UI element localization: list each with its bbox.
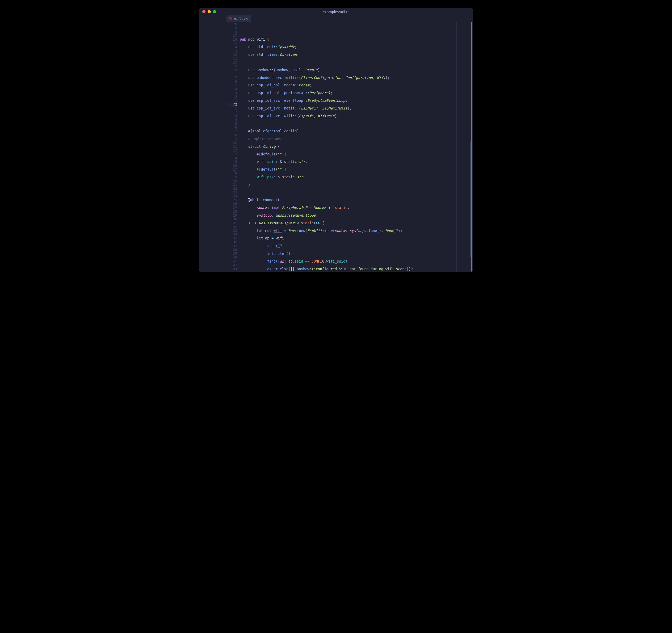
codelens-hint[interactable]: 0 implementations	[248, 137, 281, 141]
ruler-2	[456, 22, 457, 272]
line-number: 9	[226, 64, 237, 68]
line-number: 8	[226, 133, 237, 137]
line-number: 11	[226, 57, 237, 60]
line-number: 12	[226, 53, 237, 56]
line-number: 14	[226, 45, 237, 49]
tab-label: util.rs	[234, 17, 248, 21]
line-number: 20	[226, 22, 237, 26]
line-number: 8	[226, 68, 237, 72]
line-number: 4	[226, 88, 237, 91]
line-number: 5	[226, 122, 237, 125]
code-view[interactable]: pub mod wifi { use std::net::Ipv4Addr; u…	[240, 22, 470, 272]
line-number: 1	[226, 99, 237, 103]
line-number: 43	[226, 267, 237, 271]
rust-file-icon	[229, 17, 232, 20]
line-number: 13	[226, 152, 237, 156]
line-number: 2	[226, 95, 237, 99]
line-number: 18	[226, 171, 237, 175]
line-number: 27	[226, 206, 237, 210]
line-number: 10	[226, 60, 237, 64]
line-number: 19	[226, 175, 237, 179]
line-number: 37	[226, 244, 237, 248]
editor-window: examples/util.rs util.rs ⋯ 2019181716151…	[199, 8, 473, 272]
line-number: 7	[226, 129, 237, 133]
cursor: p	[248, 198, 250, 202]
line-number: 24	[226, 195, 237, 198]
window-title: examples/util.rs	[199, 10, 473, 14]
line-number: 32	[226, 225, 237, 229]
line-number: 6	[226, 126, 237, 129]
line-number: 36	[226, 240, 237, 244]
tab-util-rs[interactable]: util.rs	[226, 16, 251, 22]
line-number: 22	[226, 187, 237, 191]
scrollbar[interactable]	[470, 22, 471, 272]
line-number: 3	[226, 91, 237, 95]
line-number: 23	[226, 191, 237, 194]
line-number: 20	[226, 179, 237, 183]
line-number: 17	[226, 168, 237, 171]
svg-point-1	[230, 18, 231, 19]
line-number: 15	[226, 42, 237, 45]
line-number: 18	[226, 30, 237, 34]
minimize-icon[interactable]	[208, 10, 211, 13]
line-number: 39	[226, 252, 237, 255]
titlebar: examples/util.rs	[199, 8, 473, 16]
line-number: 41	[226, 259, 237, 263]
tab-menu-button[interactable]: ⋯	[463, 16, 473, 22]
line-number: 31	[226, 221, 237, 225]
line-number: 34	[226, 233, 237, 236]
line-number: 33	[226, 229, 237, 233]
line-number: 9	[226, 137, 237, 141]
line-number: 35	[226, 237, 237, 240]
ruler-1	[418, 22, 418, 272]
line-number: 21	[226, 183, 237, 187]
line-number: 12	[226, 149, 237, 152]
line-number	[226, 72, 237, 76]
line-number: 26	[226, 202, 237, 206]
close-icon[interactable]	[202, 10, 206, 13]
line-number: 14	[226, 156, 237, 160]
editor-area[interactable]: 2019181716151413121110987654321721234567…	[199, 22, 473, 272]
line-number: 28	[226, 210, 237, 213]
left-margin	[199, 22, 226, 272]
line-number: 13	[226, 49, 237, 53]
line-number: 19	[226, 26, 237, 30]
line-number: 38	[226, 248, 237, 252]
scrollbar-thumb[interactable]	[470, 142, 471, 257]
line-number: 4	[226, 118, 237, 122]
line-number: 25	[226, 198, 237, 202]
line-number: 30	[226, 217, 237, 221]
split-divider[interactable]	[471, 22, 473, 272]
line-number: 2	[226, 110, 237, 114]
line-number: 42	[226, 263, 237, 267]
line-number: 16	[226, 164, 237, 167]
line-number: 40	[226, 255, 237, 259]
line-number: 5	[226, 83, 237, 87]
line-number: 1	[226, 106, 237, 110]
line-number: 16	[226, 38, 237, 42]
line-number: 72	[226, 103, 237, 106]
tab-bar: util.rs ⋯	[199, 16, 473, 22]
maximize-icon[interactable]	[213, 10, 216, 13]
traffic-lights	[202, 10, 216, 13]
ellipsis-icon: ⋯	[467, 17, 469, 21]
line-number: 29	[226, 214, 237, 217]
line-number: 6	[226, 80, 237, 83]
line-number: 7	[226, 76, 237, 79]
line-number: 10	[226, 141, 237, 145]
line-number: 11	[226, 145, 237, 149]
line-gutter[interactable]: 2019181716151413121110987654321721234567…	[226, 22, 240, 272]
line-number: 3	[226, 114, 237, 118]
line-number: 15	[226, 160, 237, 164]
line-number: 17	[226, 34, 237, 38]
